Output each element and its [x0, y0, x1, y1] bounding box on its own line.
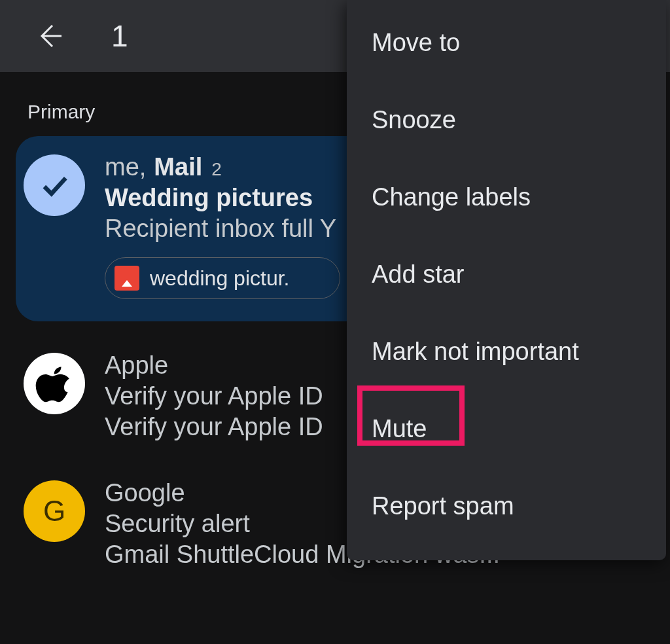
menu-item-mute[interactable]: Mute	[347, 390, 666, 467]
selection-check-avatar[interactable]	[24, 154, 85, 216]
overflow-menu: Move to Snooze Change labels Add star Ma…	[347, 0, 666, 560]
back-button[interactable]	[29, 15, 71, 57]
attachment-name: wedding pictur.	[150, 266, 289, 291]
sender-bold: Mail	[154, 153, 202, 181]
sender-avatar-google[interactable]: G	[24, 480, 85, 542]
image-icon	[115, 266, 139, 291]
sender: Google	[105, 479, 185, 507]
menu-item-move-to[interactable]: Move to	[347, 4, 666, 81]
menu-item-mark-not-important[interactable]: Mark not important	[347, 313, 666, 390]
sender-prefix: me,	[105, 153, 146, 181]
check-icon	[37, 168, 71, 202]
menu-item-change-labels[interactable]: Change labels	[347, 158, 666, 236]
menu-item-report-spam[interactable]: Report spam	[347, 467, 666, 545]
menu-item-snooze[interactable]: Snooze	[347, 81, 666, 158]
menu-item-add-star[interactable]: Add star	[347, 236, 666, 313]
apple-logo-icon	[35, 365, 73, 402]
sender: Apple	[105, 351, 168, 380]
sender-avatar-apple[interactable]	[24, 353, 85, 414]
attachment-chip[interactable]: wedding pictur.	[105, 257, 340, 299]
thread-count: 2	[211, 159, 222, 180]
selection-count: 1	[111, 18, 128, 54]
arrow-left-icon	[34, 20, 65, 52]
